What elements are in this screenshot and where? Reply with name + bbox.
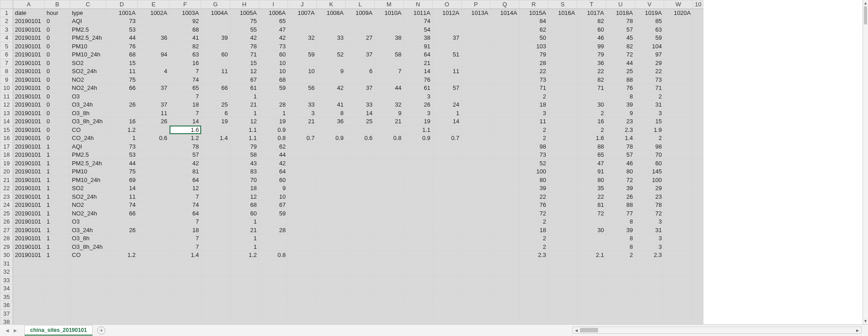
cell[interactable]: 29 xyxy=(635,184,664,193)
cell[interactable]: 73 xyxy=(635,75,664,84)
cell[interactable] xyxy=(491,142,519,151)
scroll-left-icon[interactable]: ◄ xyxy=(573,328,580,333)
select-all-corner[interactable] xyxy=(0,0,13,9)
cell[interactable] xyxy=(433,318,462,325)
cell[interactable]: 76 xyxy=(606,84,635,93)
cell[interactable] xyxy=(693,67,703,76)
cell[interactable]: 2.3 xyxy=(606,126,635,134)
cell[interactable]: 22 xyxy=(577,67,606,76)
cell[interactable]: 98 xyxy=(635,142,664,151)
cell[interactable]: 21 xyxy=(230,101,259,109)
cell[interactable] xyxy=(45,285,70,293)
column-header[interactable]: S xyxy=(548,0,577,9)
cell[interactable] xyxy=(106,268,138,276)
cell[interactable]: 18 xyxy=(170,101,201,109)
cell[interactable] xyxy=(170,276,201,285)
cell[interactable] xyxy=(288,142,317,151)
header-cell[interactable]: 1004A xyxy=(201,9,230,17)
row-header[interactable]: 13 xyxy=(0,109,13,117)
cell[interactable]: 91 xyxy=(577,168,606,176)
cell[interactable]: 3 xyxy=(635,218,664,226)
cell[interactable]: 1 xyxy=(45,151,70,159)
cell[interactable] xyxy=(462,109,491,117)
cell[interactable] xyxy=(375,226,404,234)
cell[interactable] xyxy=(519,276,548,285)
cell[interactable]: 23 xyxy=(635,192,664,201)
cell[interactable]: 15 xyxy=(106,59,138,67)
cell[interactable] xyxy=(433,301,462,310)
header-cell[interactable]: 1005A xyxy=(230,9,259,17)
cell[interactable] xyxy=(693,309,703,318)
cell[interactable]: 1 xyxy=(45,168,70,176)
cell[interactable] xyxy=(230,309,259,318)
cell[interactable]: 47 xyxy=(577,159,606,168)
spreadsheet-grid[interactable]: ABCDEFGHIJKLMNOPQRSTUVW101datehourtype10… xyxy=(0,0,863,324)
cell[interactable] xyxy=(462,75,491,84)
cell[interactable] xyxy=(106,109,138,117)
cell[interactable]: 1 xyxy=(45,201,70,210)
cell[interactable]: 73 xyxy=(519,75,548,84)
cell[interactable] xyxy=(317,25,346,34)
cell[interactable]: 103 xyxy=(519,42,548,51)
cell[interactable]: 1 xyxy=(259,109,288,117)
cell[interactable]: 1 xyxy=(106,134,138,143)
cell[interactable]: 26 xyxy=(606,192,635,201)
cell[interactable]: 3 xyxy=(519,109,548,117)
column-header[interactable]: V xyxy=(635,0,664,9)
cell[interactable] xyxy=(138,285,170,293)
cell[interactable]: 2 xyxy=(577,109,606,117)
cell[interactable]: 44 xyxy=(259,151,288,159)
cell[interactable]: 44 xyxy=(606,59,635,67)
cell[interactable] xyxy=(606,309,635,318)
cell[interactable] xyxy=(491,134,519,143)
cell[interactable]: 99 xyxy=(577,42,606,51)
cell[interactable] xyxy=(693,159,703,168)
cell[interactable] xyxy=(519,268,548,276)
cell[interactable]: 57 xyxy=(606,25,635,34)
cell[interactable]: 59 xyxy=(288,51,317,59)
cell[interactable]: 31 xyxy=(635,226,664,234)
cell[interactable] xyxy=(462,218,491,226)
cell[interactable]: 0.8 xyxy=(375,134,404,143)
cell[interactable] xyxy=(201,301,230,310)
column-header[interactable]: G xyxy=(201,0,230,9)
cell[interactable] xyxy=(259,309,288,318)
cell[interactable] xyxy=(346,309,375,318)
cell[interactable] xyxy=(346,276,375,285)
cell[interactable] xyxy=(606,268,635,276)
cell[interactable]: 8 xyxy=(317,109,346,117)
cell[interactable] xyxy=(664,268,693,276)
cell[interactable]: 60 xyxy=(201,51,230,59)
cell[interactable]: 19 xyxy=(404,117,433,126)
header-cell[interactable]: 1020A xyxy=(664,9,693,17)
cell[interactable]: 83 xyxy=(230,168,259,176)
cell[interactable]: 64 xyxy=(170,209,201,218)
cell[interactable] xyxy=(375,42,404,51)
header-cell[interactable]: type xyxy=(70,9,106,17)
horizontal-scrollbar[interactable]: ◄ ► xyxy=(572,327,862,334)
cell[interactable] xyxy=(288,184,317,193)
cell[interactable] xyxy=(664,67,693,76)
cell[interactable] xyxy=(693,268,703,276)
cell[interactable]: 20190101 xyxy=(13,51,45,59)
cell[interactable] xyxy=(491,243,519,251)
cell[interactable]: 72 xyxy=(635,209,664,218)
cell[interactable] xyxy=(664,318,693,325)
cell[interactable] xyxy=(491,209,519,218)
cell[interactable] xyxy=(404,184,433,193)
cell[interactable] xyxy=(462,51,491,59)
cell[interactable] xyxy=(635,301,664,310)
cell[interactable]: 19 xyxy=(259,117,288,126)
cell[interactable]: 38 xyxy=(404,34,433,42)
cell[interactable] xyxy=(259,285,288,293)
cell[interactable] xyxy=(693,259,703,268)
cell[interactable] xyxy=(201,285,230,293)
cell[interactable]: 16 xyxy=(106,117,138,126)
cell[interactable] xyxy=(138,42,170,51)
cell[interactable] xyxy=(433,259,462,268)
cell[interactable]: 39 xyxy=(519,184,548,193)
cell[interactable] xyxy=(693,285,703,293)
cell[interactable]: 8 xyxy=(606,92,635,101)
cell[interactable]: 71 xyxy=(635,84,664,93)
cell[interactable] xyxy=(404,259,433,268)
